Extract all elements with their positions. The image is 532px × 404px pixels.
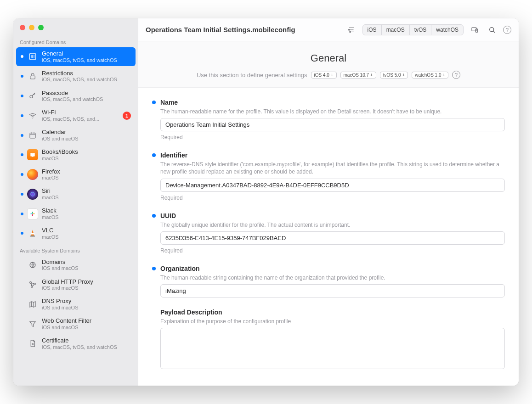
sidebar-item-label: Calendar xyxy=(42,129,131,136)
svg-point-3 xyxy=(32,118,33,118)
sidebar-item-general[interactable]: General iOS, macOS, tvOS, and watchOS xyxy=(16,47,136,66)
active-dot xyxy=(21,213,23,215)
field-description: The globally unique identifier for the p… xyxy=(160,221,505,229)
svg-point-18 xyxy=(349,31,350,32)
sidebar-item-label: Wi-Fi xyxy=(42,109,121,116)
sidebar-item-vlc[interactable]: VLC macOS xyxy=(16,224,136,243)
sidebar-item-sublabel: iOS, macOS, tvOS, and... xyxy=(42,116,121,122)
sidebar-item-certificate[interactable]: Certificate iOS, macOS, tvOS, and watchO… xyxy=(16,334,136,353)
map-icon xyxy=(27,299,38,310)
sidebar-item-sublabel: iOS and macOS xyxy=(42,325,131,331)
changed-dot xyxy=(152,153,156,157)
sidebar-item-sublabel: iOS, macOS, and watchOS xyxy=(42,96,131,102)
active-dot xyxy=(21,114,23,117)
svg-rect-20 xyxy=(475,28,478,32)
sidebar-item-dns-proxy[interactable]: DNS Proxy iOS and macOS xyxy=(16,295,136,314)
field-description: The human-readable string containing the… xyxy=(160,274,505,281)
sidebar-item-sublabel: iOS, macOS, tvOS, and watchOS xyxy=(42,344,131,350)
search-icon[interactable] xyxy=(486,24,498,35)
sidebar-item-sublabel: iOS, macOS, tvOS, and watchOS xyxy=(42,77,131,83)
field-label: Payload Description xyxy=(160,309,222,316)
sidebar-item-label: Books/iBooks xyxy=(42,148,131,156)
sidebar-item-slack[interactable]: Slack macOS xyxy=(16,204,136,223)
page-subtitle: Use this section to define general setti… xyxy=(197,72,307,79)
toolbar: Operations Team Initial Settings.mobilec… xyxy=(138,18,519,41)
field-label: Name xyxy=(160,99,178,106)
vlc-app-icon xyxy=(27,228,38,239)
sidebar-item-sublabel: macOS xyxy=(42,156,131,162)
sidebar: Configured Domains General iOS, macOS, t… xyxy=(13,18,138,386)
sidebar-item-calendar[interactable]: Calendar iOS and macOS xyxy=(16,126,136,145)
sidebar-item-domains[interactable]: Domains iOS and macOS xyxy=(16,256,136,275)
sidebar-item-web-content-filter[interactable]: Web Content Filter iOS and macOS xyxy=(16,314,136,333)
sidebar-item-label: VLC xyxy=(42,227,131,234)
device-icon[interactable] xyxy=(468,24,481,35)
siri-app-icon xyxy=(27,189,38,200)
key-icon xyxy=(27,90,38,101)
name-input[interactable] xyxy=(160,118,505,131)
organization-input[interactable] xyxy=(160,284,505,297)
sidebar-item-http-proxy[interactable]: Global HTTP Proxy iOS and macOS xyxy=(16,275,136,294)
os-tab-tvos[interactable]: tvOS xyxy=(410,25,432,35)
filter-icon[interactable] xyxy=(345,24,358,35)
sidebar-item-passcode[interactable]: Passcode iOS, macOS, and watchOS xyxy=(16,87,136,106)
sidebar-item-firefox[interactable]: Firefox macOS xyxy=(16,165,136,184)
uuid-input[interactable] xyxy=(160,231,505,245)
sidebar-item-label: Slack xyxy=(42,207,131,214)
sidebar-item-siri[interactable]: Siri macOS xyxy=(16,185,136,203)
field-label: UUID xyxy=(160,212,176,219)
window-title: Operations Team Initial Settings.mobilec… xyxy=(146,26,295,34)
lock-icon xyxy=(27,71,38,82)
sidebar-item-sublabel: iOS and macOS xyxy=(42,285,131,291)
zoom-window-button[interactable] xyxy=(38,25,44,30)
changed-dot xyxy=(152,267,156,270)
sidebar-item-restrictions[interactable]: Restrictions iOS, macOS, tvOS, and watch… xyxy=(16,67,136,86)
field-organization: Organization The human-readable string c… xyxy=(138,260,519,304)
window-traffic-lights xyxy=(13,18,138,35)
svg-rect-6 xyxy=(30,213,32,214)
firefox-app-icon xyxy=(27,169,38,180)
sidebar-section-available: Available System Domains xyxy=(13,243,138,255)
globe-icon xyxy=(27,259,38,270)
os-tab-watchos[interactable]: watchOS xyxy=(431,25,463,35)
close-window-button[interactable] xyxy=(20,25,25,30)
section-help-button[interactable]: ? xyxy=(452,71,460,79)
field-required: Required xyxy=(160,247,505,254)
notification-badge: 1 xyxy=(123,112,131,120)
changed-dot xyxy=(152,101,156,104)
slack-app-icon xyxy=(27,208,38,219)
page-subtitle-row: Use this section to define general setti… xyxy=(138,71,519,84)
active-dot xyxy=(21,75,23,78)
sidebar-item-label: Certificate xyxy=(42,337,131,344)
field-label: Identifier xyxy=(160,152,187,159)
active-dot xyxy=(21,153,23,156)
calendar-icon xyxy=(27,130,38,141)
help-button[interactable]: ? xyxy=(503,26,511,34)
active-dot xyxy=(21,232,23,235)
active-dot xyxy=(21,55,23,58)
os-tab-ios[interactable]: iOS xyxy=(363,25,382,35)
sidebar-item-label: Siri xyxy=(42,187,131,195)
sidebar-item-label: Global HTTP Proxy xyxy=(42,278,131,286)
svg-rect-9 xyxy=(32,214,33,216)
sidebar-item-books[interactable]: Books/iBooks macOS xyxy=(16,146,136,164)
wifi-icon xyxy=(27,110,38,121)
page-title: General xyxy=(138,52,519,64)
svg-rect-7 xyxy=(33,213,35,214)
sidebar-item-sublabel: iOS, macOS, tvOS, and watchOS xyxy=(42,57,131,63)
sidebar-item-label: Restrictions xyxy=(42,70,131,77)
svg-point-5 xyxy=(31,192,34,196)
field-name: Name The human-readable name for the pro… xyxy=(138,94,519,147)
network-icon xyxy=(27,279,38,290)
os-filter-segmented: iOS macOS tvOS watchOS xyxy=(362,24,464,35)
minimize-window-button[interactable] xyxy=(29,25,34,30)
app-window: Configured Domains General iOS, macOS, t… xyxy=(13,18,519,386)
field-description: The reverse-DNS style identifier ('com.e… xyxy=(160,161,505,175)
field-identifier: Identifier The reverse-DNS style identif… xyxy=(138,147,519,207)
content-scroll[interactable]: General Use this section to define gener… xyxy=(138,41,519,386)
field-uuid: UUID The globally unique identifier for … xyxy=(138,208,519,260)
identifier-input[interactable] xyxy=(160,179,505,192)
sidebar-item-wifi[interactable]: Wi-Fi iOS, macOS, tvOS, and... 1 xyxy=(16,106,136,125)
payload-description-input[interactable] xyxy=(160,328,505,369)
os-tab-macos[interactable]: macOS xyxy=(382,25,410,35)
